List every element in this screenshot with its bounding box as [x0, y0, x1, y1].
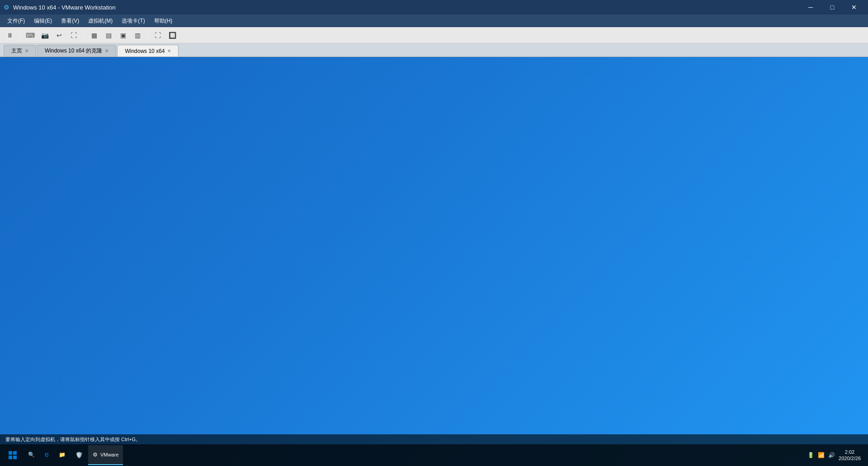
toolbar-layout4[interactable]: ▥ — [131, 29, 144, 42]
tab-clone[interactable]: Windows 10 x64 的克隆 ✕ — [37, 45, 116, 57]
toolbar-fullscreen2[interactable]: ⛶ — [151, 29, 164, 42]
taskbar-start[interactable] — [2, 444, 24, 466]
toolbar-layout3[interactable]: ▣ — [117, 29, 129, 42]
tab-win10[interactable]: Windows 10 x64 ✕ — [117, 45, 179, 57]
main-clock: 2:02 2020/2/26 — [839, 449, 861, 462]
menu-file[interactable]: 文件(F) — [4, 16, 28, 26]
tray-wifi: 📶 — [818, 452, 825, 458]
menu-view[interactable]: 查看(V) — [57, 16, 83, 26]
tab-home-label: 主页 — [11, 47, 22, 55]
toolbar-layout2[interactable]: ▤ — [102, 29, 115, 42]
tab-clone-close[interactable]: ✕ — [105, 48, 108, 53]
toolbar-send-key[interactable]: ⌨ — [24, 29, 37, 42]
close-button[interactable]: ✕ — [844, 0, 864, 14]
toolbar-layout[interactable]: ▦ — [88, 29, 100, 42]
tab-home-close[interactable]: ✕ — [25, 48, 28, 53]
toolbar-settings[interactable]: 🔲 — [166, 29, 179, 42]
toolbar-separator — [20, 30, 20, 41]
tab-win10-close[interactable]: ✕ — [167, 48, 171, 53]
tab-clone-label: Windows 10 x64 的克隆 — [45, 47, 102, 55]
taskbar-tray: 🔋 📶 🔊 2:02 2020/2/26 — [807, 449, 866, 462]
hint-text: 要将输入定向到虚拟机，请将鼠标指针移入其中或按 Ctrl+G。 — [5, 436, 141, 443]
taskbar-vmware-icon: ⚙ — [93, 452, 98, 458]
tab-win10-label: Windows 10 x64 — [125, 48, 165, 54]
vmware-tabs: 主页 ✕ Windows 10 x64 的克隆 ✕ Windows 10 x64… — [0, 43, 868, 57]
svg-rect-4 — [9, 451, 12, 455]
taskbar-vmware-label: VMware — [100, 452, 118, 457]
taskbar-explorer[interactable]: 📁 — [54, 445, 70, 465]
hint-bar: 要将输入定向到虚拟机，请将鼠标指针移入其中或按 Ctrl+G。 — [0, 434, 868, 444]
toolbar-separator2 — [84, 30, 84, 41]
taskbar-explorer-icon: 📁 — [59, 452, 66, 458]
tab-home[interactable]: 主页 ✕ — [4, 45, 36, 57]
menu-tabs[interactable]: 选项卡(T) — [118, 16, 148, 26]
svg-rect-7 — [13, 456, 17, 459]
taskbar-360safe-icon: 🛡️ — [75, 452, 83, 458]
toolbar-separator3 — [147, 30, 148, 41]
vmware-taskbar: 🔍 e 📁 🛡️ ⚙ VMware 🔋 📶 🔊 2:02 2020/2/26 — [0, 444, 868, 466]
menu-vm[interactable]: 虚拟机(M) — [85, 16, 116, 26]
vmware-title: Windows 10 x64 - VMware Workstation — [13, 4, 797, 11]
desktop: ⚙ Windows 10 x64 - VMware Workstation ─ … — [0, 0, 868, 466]
taskbar-edge-icon: e — [45, 451, 49, 459]
toolbar-fullscreen[interactable]: ⛶ — [67, 29, 80, 42]
svg-rect-6 — [9, 456, 12, 459]
vmware-icon: ⚙ — [4, 4, 9, 11]
taskbar-search[interactable]: 🔍 — [24, 445, 39, 465]
minimize-button[interactable]: ─ — [800, 0, 821, 14]
menu-help[interactable]: 帮助(H) — [151, 16, 176, 26]
toolbar-pause[interactable]: ⏸ — [4, 29, 16, 42]
maximize-button[interactable]: □ — [822, 0, 843, 14]
tray-vol: 🔊 — [828, 452, 835, 458]
vmware-titlebar: ⚙ Windows 10 x64 - VMware Workstation ─ … — [0, 0, 868, 14]
taskbar-search-icon: 🔍 — [28, 452, 35, 458]
vmware-window-controls: ─ □ ✕ — [800, 0, 864, 14]
vmware-toolbar: ⏸ ⌨ 📷 ↩ ⛶ ▦ ▤ ▣ ▥ ⛶ 🔲 — [0, 27, 868, 43]
vmware-menubar: 文件(F) 编辑(E) 查看(V) 虚拟机(M) 选项卡(T) 帮助(H) — [0, 14, 868, 27]
taskbar-360safe[interactable]: 🛡️ — [71, 445, 87, 465]
menu-edit[interactable]: 编辑(E) — [30, 16, 56, 26]
svg-rect-5 — [13, 451, 17, 455]
toolbar-revert[interactable]: ↩ — [53, 29, 66, 42]
taskbar-vmware[interactable]: ⚙ VMware — [88, 445, 123, 465]
toolbar-snapshot[interactable]: 📷 — [38, 29, 51, 42]
tray-bat: 🔋 — [807, 452, 814, 458]
taskbar-items: 🔍 e 📁 🛡️ ⚙ VMware — [24, 445, 807, 465]
taskbar-edge[interactable]: e — [40, 445, 53, 465]
